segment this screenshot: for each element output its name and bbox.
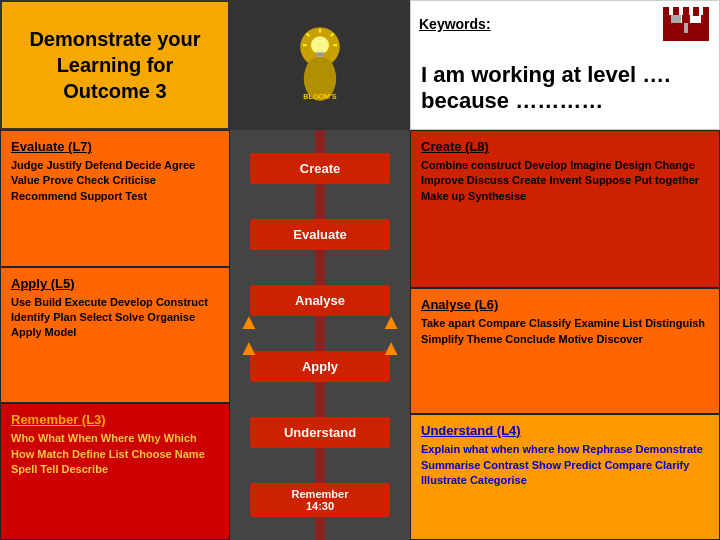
main-container: Demonstrate your Learning for Outcome 3	[0, 0, 720, 540]
svg-point-2	[311, 36, 329, 54]
crest-icon	[661, 5, 711, 43]
svg-rect-21	[671, 15, 681, 23]
svg-rect-20	[703, 7, 709, 16]
time-label: 14:30	[306, 500, 334, 512]
analyse-l6-block: Analyse (L6) Take apart Compare Classify…	[410, 288, 720, 414]
step-analyse: Analyse	[250, 285, 390, 316]
level-l3-block: Remember (L3) Who What When Where Why Wh…	[0, 403, 230, 540]
svg-rect-13	[663, 15, 671, 25]
svg-text:BLOOM'S: BLOOM'S	[303, 92, 336, 101]
svg-rect-16	[663, 7, 669, 16]
step-remember: Remember 14:30	[250, 483, 390, 517]
step-evaluate: Evaluate	[250, 219, 390, 250]
l3-title: Remember (L3)	[11, 412, 219, 427]
step-create: Create	[250, 153, 390, 184]
create-l8-title: Create (L8)	[421, 139, 709, 154]
keywords-text: Keywords:	[419, 16, 491, 32]
svg-rect-17	[673, 7, 679, 16]
understand-l4-block: Understand (L4) Explain what when where …	[410, 414, 720, 540]
l7-content: Judge Justify Defend Decide Agree Value …	[11, 158, 219, 204]
create-l8-block: Create (L8) Combine construct Develop Im…	[410, 130, 720, 288]
level-l5-block: Apply (L5) Use Build Execute Develop Con…	[0, 267, 230, 404]
analyse-l6-content: Take apart Compare Classify Examine List…	[421, 316, 709, 347]
level-l7-block: Evaluate (L7) Judge Justify Defend Decid…	[0, 130, 230, 267]
right-column: Create (L8) Combine construct Develop Im…	[410, 130, 720, 540]
understand-l4-title: Understand (L4)	[421, 423, 709, 438]
left-column: Evaluate (L7) Judge Justify Defend Decid…	[0, 130, 230, 540]
step-understand: Understand	[250, 417, 390, 448]
step-apply: Apply	[250, 351, 390, 382]
understand-l4-content: Explain what when where how Rephrase Dem…	[421, 442, 709, 488]
svg-rect-22	[684, 23, 688, 33]
l5-content: Use Build Execute Develop Construct Iden…	[11, 295, 219, 341]
arrow-up-icon-4: ▲	[380, 337, 402, 359]
arrow-up-icon-1: ▲	[238, 311, 260, 333]
svg-rect-19	[693, 7, 699, 16]
svg-rect-15	[701, 15, 709, 25]
analyse-l6-title: Analyse (L6)	[421, 297, 709, 312]
keywords-label: Keywords:	[411, 1, 719, 47]
arrow-up-icon-3: ▲	[380, 311, 402, 333]
arrow-up-icon-2: ▲	[238, 337, 260, 359]
keywords-block: Keywords: I am working at level …. becau…	[410, 0, 720, 130]
lightbulb-image: BLOOM'S	[230, 0, 410, 130]
demonstrate-block: Demonstrate your Learning for Outcome 3	[0, 0, 230, 130]
lightbulb-block: BLOOM'S	[230, 0, 410, 130]
i-am-working-text: I am working at level …. because …………	[411, 47, 719, 129]
l3-content: Who What When Where Why Which How Match …	[11, 431, 219, 477]
center-ladder: ▲ ▲ ▲ ▲ Create Evaluate Analyse Apply Un…	[230, 130, 410, 540]
l5-title: Apply (L5)	[11, 276, 219, 291]
svg-rect-18	[683, 7, 689, 16]
l7-title: Evaluate (L7)	[11, 139, 219, 154]
ladder-track	[315, 130, 325, 540]
create-l8-content: Combine construct Develop Imagine Design…	[421, 158, 709, 204]
demonstrate-title: Demonstrate your Learning for Outcome 3	[17, 26, 213, 104]
lightbulb-icon: BLOOM'S	[275, 20, 365, 110]
